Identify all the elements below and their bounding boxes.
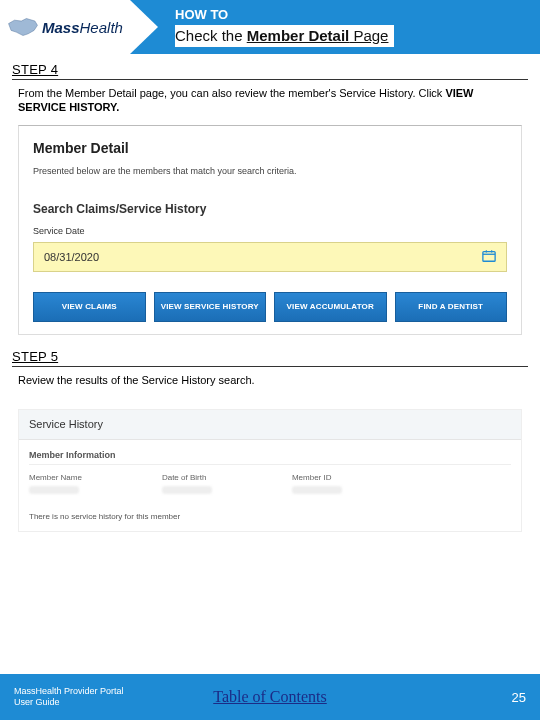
page-number: 25 bbox=[512, 690, 526, 705]
howto-title-bold: Member Detail bbox=[247, 27, 350, 44]
view-claims-button[interactable]: VIEW CLAIMS bbox=[33, 292, 146, 322]
no-service-history-message: There is no service history for this mem… bbox=[29, 512, 511, 521]
member-detail-screenshot: Member Detail Presented below are the me… bbox=[18, 125, 522, 335]
member-id-value-redacted bbox=[292, 486, 342, 494]
page-content: STEP 4 From the Member Detail page, you … bbox=[0, 62, 540, 532]
howto-label: HOW TO bbox=[175, 7, 394, 23]
step-4-description: From the Member Detail page, you can als… bbox=[18, 86, 524, 115]
logo-mass: Mass bbox=[42, 19, 80, 36]
date-of-birth-value-redacted bbox=[162, 486, 212, 494]
search-claims-title: Search Claims/Service History bbox=[33, 202, 507, 216]
step-4-desc-lead: From the Member Detail page, you can als… bbox=[18, 87, 445, 99]
footer-bar: MassHealth Provider Portal User Guide Ta… bbox=[0, 674, 540, 720]
service-history-title: Service History bbox=[19, 410, 521, 440]
header-titles: HOW TO Check the Member Detail Page bbox=[175, 7, 394, 47]
service-history-body: Member Information Member Name Date of B… bbox=[19, 440, 521, 531]
table-of-contents-link[interactable]: Table of Contents bbox=[213, 688, 327, 706]
howto-title: Check the Member Detail Page bbox=[175, 25, 394, 47]
footer-doc-title: MassHealth Provider Portal User Guide bbox=[14, 686, 124, 708]
service-date-input[interactable]: 08/31/2020 bbox=[33, 242, 507, 272]
service-date-label: Service Date bbox=[33, 226, 507, 236]
howto-title-tail: Page bbox=[349, 27, 388, 44]
view-accumulator-button[interactable]: VIEW ACCUMULATOR bbox=[274, 292, 387, 322]
step-5-label: STEP 5 bbox=[12, 349, 528, 367]
svg-rect-0 bbox=[483, 251, 495, 261]
member-name-field: Member Name bbox=[29, 473, 82, 494]
logo-text: MassHealth bbox=[42, 19, 123, 36]
footer-line2: User Guide bbox=[14, 697, 124, 708]
calendar-icon[interactable] bbox=[482, 249, 496, 265]
service-history-screenshot: Service History Member Information Membe… bbox=[18, 409, 522, 532]
member-information-section: Member Information bbox=[29, 450, 511, 465]
member-fields-row: Member Name Date of Birth Member ID bbox=[29, 473, 511, 494]
masshealth-logo: MassHealth bbox=[6, 15, 123, 39]
step-4-label: STEP 4 bbox=[12, 62, 528, 80]
action-button-row: VIEW CLAIMS VIEW SERVICE HISTORY VIEW AC… bbox=[33, 292, 507, 322]
header-bar: MassHealth HOW TO Check the Member Detai… bbox=[0, 0, 540, 54]
footer-line1: MassHealth Provider Portal bbox=[14, 686, 124, 697]
service-date-value: 08/31/2020 bbox=[44, 251, 99, 263]
logo-container: MassHealth bbox=[0, 0, 130, 54]
member-id-field: Member ID bbox=[292, 473, 342, 494]
find-a-dentist-button[interactable]: FIND A DENTIST bbox=[395, 292, 508, 322]
view-service-history-button[interactable]: VIEW SERVICE HISTORY bbox=[154, 292, 267, 322]
logo-health: Health bbox=[80, 19, 123, 36]
step-5-description: Review the results of the Service Histor… bbox=[18, 373, 524, 387]
member-detail-subtitle: Presented below are the members that mat… bbox=[33, 166, 507, 176]
member-detail-title: Member Detail bbox=[33, 140, 507, 156]
member-name-value-redacted bbox=[29, 486, 79, 494]
howto-title-lead: Check the bbox=[175, 27, 247, 44]
state-outline-icon bbox=[6, 15, 40, 39]
step-5-desc-text: Review the results of the Service Histor… bbox=[18, 374, 255, 386]
date-of-birth-label: Date of Birth bbox=[162, 473, 212, 482]
date-of-birth-field: Date of Birth bbox=[162, 473, 212, 494]
member-id-label: Member ID bbox=[292, 473, 342, 482]
member-name-label: Member Name bbox=[29, 473, 82, 482]
